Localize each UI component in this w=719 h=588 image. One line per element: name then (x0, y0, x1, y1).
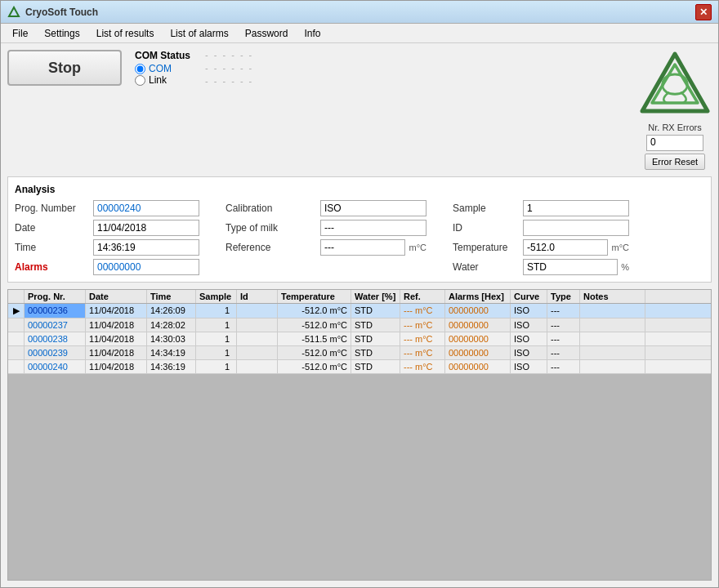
row-curve: ISO (511, 360, 547, 373)
row-time: 14:26:09 (147, 304, 196, 318)
row-notes (580, 346, 645, 359)
type-of-milk-label: Type of milk (226, 222, 315, 234)
row-water: STD (351, 304, 400, 318)
time-value: 14:36:19 (93, 239, 199, 256)
row-alarms: 00000000 (445, 346, 511, 359)
row-notes (580, 304, 645, 318)
menu-bar: File Settings List of results List of al… (1, 24, 718, 43)
com-radio[interactable] (135, 64, 145, 74)
water-label: Water (453, 261, 518, 273)
th-notes: Notes (580, 290, 645, 303)
row-ref: --- m°C (400, 332, 445, 345)
close-button[interactable]: ✕ (695, 4, 712, 20)
menu-list-results[interactable]: List of results (88, 26, 163, 41)
main-window: CryoSoft Touch ✕ File Settings List of r… (0, 0, 719, 588)
row-sample: 1 (196, 332, 237, 345)
table-row[interactable]: 00000238 11/04/2018 14:30:03 1 -511.5 m°… (8, 332, 711, 346)
reference-label: Reference (226, 242, 315, 253)
th-id: Id (237, 290, 278, 303)
dotted-line-3: - - - - - - (205, 76, 253, 86)
row-temp: -512.0 m°C (278, 304, 351, 318)
row-type: --- (547, 332, 580, 345)
menu-list-alarms[interactable]: List of alarms (162, 26, 236, 41)
table-body: ▶ 00000236 11/04/2018 14:26:09 1 -512.0 … (8, 304, 711, 580)
water-value: STD (523, 259, 618, 275)
row-type: --- (547, 318, 580, 332)
th-date: Date (86, 290, 147, 303)
row-arrow (8, 360, 25, 373)
row-id (237, 346, 278, 359)
rx-errors-label: Nr. RX Errors (648, 122, 701, 132)
time-label: Time (15, 242, 88, 253)
error-reset-button[interactable]: Error Reset (645, 154, 705, 170)
top-section: Stop COM Status COM Link - - - - - - - -… (7, 50, 712, 170)
th-sample: Sample (196, 290, 237, 303)
sample-value: 1 (523, 200, 629, 216)
row-prog: 00000240 (25, 360, 86, 373)
row-type: --- (547, 304, 580, 318)
row-arrow (8, 318, 25, 332)
row-sample: 1 (196, 346, 237, 359)
water-unit: % (621, 262, 629, 272)
th-time: Time (147, 290, 196, 303)
row-sample: 1 (196, 304, 237, 318)
dotted-status-lines: - - - - - - - - - - - - - - - - - - (205, 50, 253, 86)
dotted-line-2: - - - - - - (205, 63, 253, 73)
row-date: 11/04/2018 (86, 332, 147, 345)
row-curve: ISO (511, 332, 547, 345)
th-type: Type (547, 290, 580, 303)
window-title: CryoSoft Touch (25, 7, 695, 18)
calibration-value: ISO (320, 200, 426, 216)
row-time: 14:36:19 (147, 360, 196, 373)
table-row[interactable]: 00000239 11/04/2018 14:34:19 1 -512.0 m°… (8, 346, 711, 360)
temperature-value: -512.0 (523, 239, 608, 256)
temperature-unit: m°C (611, 243, 629, 252)
th-arrow (8, 290, 25, 303)
table-row[interactable]: ▶ 00000236 11/04/2018 14:26:09 1 -512.0 … (8, 304, 711, 318)
results-table: Prog. Nr. Date Time Sample Id Temperatur… (7, 289, 712, 581)
row-arrow (8, 346, 25, 359)
row-alarms: 00000000 (445, 360, 511, 373)
menu-password[interactable]: Password (237, 26, 297, 41)
alarms-value: 00000000 (93, 259, 199, 275)
th-temperature: Temperature (278, 290, 351, 303)
row-curve: ISO (511, 346, 547, 359)
reference-value: --- (320, 239, 405, 256)
reference-unit: m°C (409, 243, 426, 252)
menu-info[interactable]: Info (296, 26, 328, 41)
id-value (523, 220, 629, 236)
menu-settings[interactable]: Settings (36, 26, 87, 41)
row-type: --- (547, 346, 580, 359)
row-id (237, 332, 278, 345)
th-ref: Ref. (400, 290, 445, 303)
row-id (237, 360, 278, 373)
logo-area: Nr. RX Errors 0 Error Reset (638, 50, 712, 170)
row-temp: -512.0 m°C (278, 346, 351, 359)
row-date: 11/04/2018 (86, 318, 147, 332)
title-bar: CryoSoft Touch ✕ (1, 1, 718, 24)
table-row[interactable]: 00000240 11/04/2018 14:36:19 1 -512.0 m°… (8, 360, 711, 374)
stop-button[interactable]: Stop (7, 50, 122, 86)
link-radio[interactable] (135, 75, 145, 86)
type-of-milk-value: --- (320, 220, 426, 236)
content-area: Stop COM Status COM Link - - - - - - - -… (1, 43, 718, 587)
id-label: ID (453, 222, 518, 234)
table-row[interactable]: 00000237 11/04/2018 14:28:02 1 -512.0 m°… (8, 318, 711, 332)
app-icon (7, 6, 20, 19)
row-type: --- (547, 360, 580, 373)
date-value: 11/04/2018 (93, 220, 199, 236)
link-label: Link (149, 74, 167, 86)
analysis-title: Analysis (15, 184, 704, 195)
row-curve: ISO (511, 318, 547, 332)
svg-marker-0 (9, 7, 19, 16)
row-notes (580, 360, 645, 373)
row-alarms: 00000000 (445, 332, 511, 345)
menu-file[interactable]: File (4, 26, 36, 41)
date-label: Date (15, 222, 88, 234)
row-id (237, 304, 278, 318)
row-id (237, 318, 278, 332)
row-temp: -512.0 m°C (278, 318, 351, 332)
row-prog: 00000238 (25, 332, 86, 345)
com-label: COM (149, 63, 172, 74)
calibration-label: Calibration (226, 203, 315, 214)
